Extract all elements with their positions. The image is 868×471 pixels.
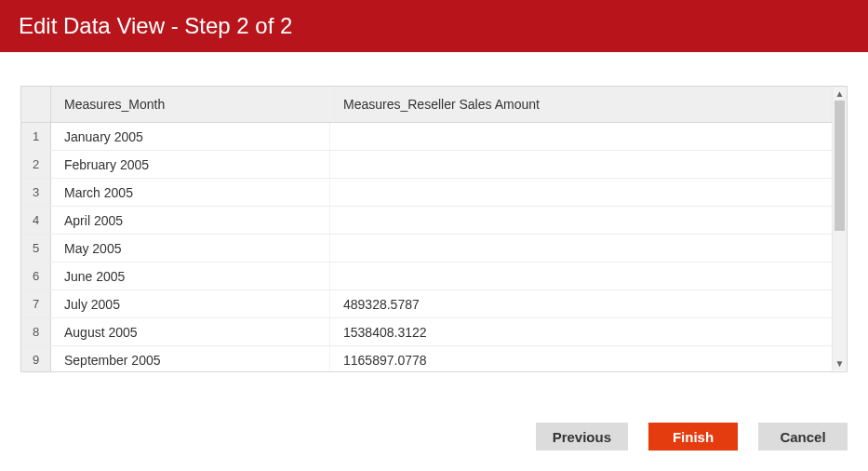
row-number: 8 [21,318,51,345]
dialog-content: Measures_Month Measures_Reseller Sales A… [0,52,868,417]
cell-amount [330,207,847,234]
dialog-buttons: Previous Finish Cancel [0,417,868,471]
previous-button[interactable]: Previous [536,423,628,451]
row-number: 9 [21,346,51,371]
cell-amount [330,123,847,150]
cell-amount: 489328.5787 [330,290,847,317]
cell-amount [330,151,847,178]
row-number: 7 [21,290,51,317]
dialog-header: Edit Data View - Step 2 of 2 [0,0,868,52]
row-number: 2 [21,151,51,178]
cell-month: July 2005 [51,290,330,317]
column-header-month[interactable]: Measures_Month [51,87,330,122]
table-row[interactable]: 3March 2005 [21,179,847,207]
row-number: 3 [21,179,51,206]
cell-month: June 2005 [51,262,330,289]
dialog-title: Edit Data View - Step 2 of 2 [19,13,292,39]
cell-amount [330,179,847,206]
scroll-down-icon[interactable]: ▼ [833,357,847,370]
table-row[interactable]: 8August 20051538408.3122 [21,318,847,346]
table-row[interactable]: 6June 2005 [21,262,847,290]
cell-month: March 2005 [51,179,330,206]
scroll-thumb[interactable] [835,101,845,231]
cell-amount [330,262,847,289]
cell-amount: 1165897.0778 [330,346,847,371]
scrollbar[interactable]: ▲ ▼ [832,87,847,370]
grid-header: Measures_Month Measures_Reseller Sales A… [21,87,847,123]
table-row[interactable]: 5May 2005 [21,235,847,262]
table-row[interactable]: 4April 2005 [21,207,847,235]
table-row[interactable]: 7July 2005489328.5787 [21,290,847,318]
row-number: 6 [21,262,51,289]
scroll-up-icon[interactable]: ▲ [833,87,847,101]
cell-month: January 2005 [51,123,330,150]
rownum-header [21,87,51,122]
cell-month: May 2005 [51,235,330,262]
column-header-amount[interactable]: Measures_Reseller Sales Amount [330,87,847,122]
cell-month: September 2005 [51,346,330,371]
cell-amount: 1538408.3122 [330,318,847,345]
row-number: 1 [21,123,51,150]
cancel-button[interactable]: Cancel [758,423,848,451]
grid-rows: 1January 20052February 20053March 20054A… [21,123,847,371]
cell-month: April 2005 [51,207,330,234]
cell-month: February 2005 [51,151,330,178]
table-row[interactable]: 9September 20051165897.0778 [21,346,847,371]
row-number: 4 [21,207,51,234]
finish-button[interactable]: Finish [648,423,738,451]
cell-amount [330,235,847,262]
data-grid: Measures_Month Measures_Reseller Sales A… [20,86,848,372]
table-row[interactable]: 2February 2005 [21,151,847,179]
row-number: 5 [21,235,51,262]
table-row[interactable]: 1January 2005 [21,123,847,151]
cell-month: August 2005 [51,318,330,345]
